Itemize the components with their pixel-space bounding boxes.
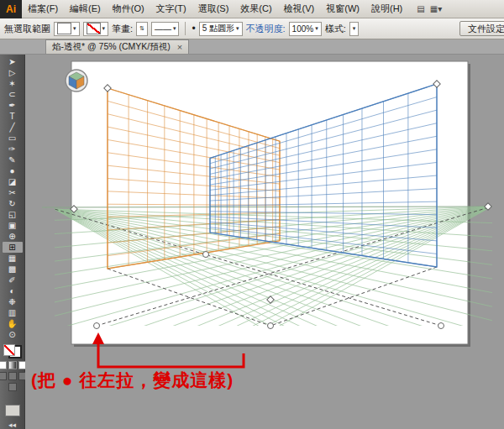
document-tab[interactable]: 焰-透視* @ 75% (CMYK/預視) ×	[45, 39, 189, 54]
opacity-label[interactable]: 不透明度:	[246, 23, 286, 35]
rectangle-tool[interactable]: ▭	[3, 133, 23, 144]
blend-tool[interactable]: ◐	[3, 285, 23, 296]
style-dropdown[interactable]: ▾	[349, 22, 360, 36]
scale-tool[interactable]: ◱	[3, 209, 23, 220]
stroke-weight-stepper[interactable]: ⇅	[136, 22, 148, 36]
draw-normal-button[interactable]	[0, 372, 7, 380]
eyedropper-tool[interactable]: ✐	[3, 275, 23, 285]
plane-switching-widget[interactable]	[66, 70, 87, 92]
pen-tool[interactable]: ✒	[3, 100, 23, 111]
type-tool[interactable]: T	[3, 111, 23, 122]
color-button[interactable]	[0, 361, 7, 369]
menu-select[interactable]: 選取(S)	[192, 0, 235, 18]
document-tab-bar: 焰-透視* @ 75% (CMYK/預視) ×	[0, 39, 504, 55]
menu-window[interactable]: 視窗(W)	[320, 0, 365, 18]
app-logo: Ai	[0, 0, 22, 18]
shape-builder-tool[interactable]: ⊕	[3, 231, 23, 242]
menu-effect[interactable]: 效果(C)	[234, 0, 277, 18]
menu-object[interactable]: 物件(O)	[107, 0, 150, 18]
arrange-documents-icon[interactable]: ▤	[417, 4, 424, 13]
perspective-grid-tool[interactable]: ⊞	[3, 242, 23, 253]
blob-brush-tool[interactable]: ●	[3, 165, 23, 176]
stroke-weight-label: 筆畫:	[112, 23, 133, 35]
chevron-down-icon: ▾	[173, 25, 176, 32]
illustrator-window: Ai 檔案(F)編輯(E)物件(O)文字(T)選取(S)效果(C)檢視(V)視窗…	[0, 0, 504, 429]
divider	[185, 22, 186, 35]
scissors-tool[interactable]: ✂	[3, 187, 23, 198]
workspace: ➤▷✶⊂✒T╱▭✑✎●◪✂↻◱▣⊕⊞▦▩✐◐❉▥✋⊙ ◂◂	[0, 55, 504, 429]
gradient-button[interactable]	[8, 361, 17, 369]
direct-selection-tool[interactable]: ▷	[3, 67, 23, 78]
chevron-down-icon: ▾	[236, 25, 239, 32]
fill-color-dropdown[interactable]: ▾	[54, 22, 80, 36]
zoom-tool[interactable]: ⊙	[3, 329, 23, 340]
workspace-switcher-icon[interactable]: ▦▾	[430, 4, 442, 13]
menu-help[interactable]: 說明(H)	[365, 0, 408, 18]
selection-status: 無選取範圍	[4, 23, 50, 35]
chevron-down-icon: ▾	[73, 25, 76, 32]
color-mode-buttons	[0, 361, 27, 369]
tools-panel: ➤▷✶⊂✒T╱▭✑✎●◪✂↻◱▣⊕⊞▦▩✐◐❉▥✋⊙ ◂◂	[0, 55, 25, 429]
annotation-arrow	[98, 343, 244, 367]
menu-items: 檔案(F)編輯(E)物件(O)文字(T)選取(S)效果(C)檢視(V)視窗(W)…	[22, 0, 408, 18]
rotate-tool[interactable]: ↻	[3, 198, 23, 209]
mesh-tool[interactable]: ▦	[3, 253, 23, 264]
grid-circle-handle[interactable]	[268, 323, 274, 329]
chevron-down-icon: ▾	[315, 25, 318, 32]
collapsed-panel-dock: ◂◂	[5, 405, 20, 429]
opacity-value: 100%	[292, 24, 314, 34]
menu-file[interactable]: 檔案(F)	[22, 0, 64, 18]
collapsed-panel-icon[interactable]	[5, 405, 20, 416]
selection-tool[interactable]: ➤	[3, 56, 23, 67]
line-segment-tool[interactable]: ╱	[3, 122, 23, 133]
stroke-profile-value: ——	[155, 24, 171, 34]
chevron-down-icon: ▾	[102, 25, 106, 32]
chevron-down-icon: ▾	[353, 25, 356, 32]
column-graph-tool[interactable]: ▥	[3, 307, 23, 318]
gradient-tool[interactable]: ▩	[3, 264, 23, 275]
tab-close-icon[interactable]: ×	[177, 42, 182, 52]
grid-circle-handle[interactable]	[203, 252, 209, 258]
menu-view[interactable]: 檢視(V)	[278, 0, 321, 18]
draw-mode-buttons	[0, 372, 27, 380]
paintbrush-tool[interactable]: ✑	[3, 144, 23, 154]
document-setup-button[interactable]: 文件設定	[459, 21, 504, 36]
grid-circle-handle[interactable]	[94, 323, 100, 329]
symbol-sprayer-tool[interactable]: ❉	[3, 296, 23, 307]
menu-edit[interactable]: 編輯(E)	[64, 0, 107, 18]
fill-swatch[interactable]	[3, 344, 15, 356]
brush-dropdown[interactable]: 5 點圓形▾	[199, 22, 243, 36]
tools-list: ➤▷✶⊂✒T╱▭✑✎●◪✂↻◱▣⊕⊞▦▩✐◐❉▥✋⊙	[3, 56, 23, 340]
free-transform-tool[interactable]: ▣	[3, 220, 23, 231]
brush-value: 5 點圓形	[202, 23, 234, 34]
canvas-area[interactable]: (把 ● 往左拉，變成這樣)	[25, 55, 504, 429]
menu-type[interactable]: 文字(T)	[150, 0, 192, 18]
opacity-dropdown[interactable]: 100%▾	[289, 22, 322, 36]
stroke-color-dropdown[interactable]: ▾	[83, 22, 109, 36]
draw-behind-button[interactable]	[8, 372, 17, 380]
style-label: 樣式:	[325, 23, 346, 35]
fill-swatch-preview	[57, 23, 71, 34]
screen-mode-row	[8, 383, 17, 391]
document-tab-title: 焰-透視* @ 75% (CMYK/預視)	[52, 41, 171, 53]
expand-panel-icon[interactable]: ◂◂	[8, 421, 16, 429]
pencil-tool[interactable]: ✎	[3, 154, 23, 165]
menubar: Ai 檔案(F)編輯(E)物件(O)文字(T)選取(S)效果(C)檢視(V)視窗…	[0, 0, 504, 18]
stroke-profile-dropdown[interactable]: ——▾	[151, 22, 180, 36]
screen-mode-button[interactable]	[8, 383, 17, 391]
stepper-arrows-icon: ⇅	[139, 25, 144, 32]
control-bar: 無選取範圍 ▾ ▾ 筆畫: ⇅ ——▾ • 5 點圓形▾ 不透明度: 100%▾…	[0, 18, 504, 39]
hand-tool[interactable]: ✋	[3, 318, 23, 329]
annotation-text: (把 ● 往左拉，變成這樣)	[31, 369, 234, 392]
eraser-tool[interactable]: ◪	[3, 176, 23, 187]
brush-preview-icon: •	[192, 23, 195, 34]
magic-wand-tool[interactable]: ✶	[3, 78, 23, 89]
stroke-swatch-preview	[87, 23, 101, 34]
fill-stroke-indicator[interactable]	[3, 344, 22, 358]
menubar-icons: ▤ ▦▾	[417, 4, 442, 13]
lasso-tool[interactable]: ⊂	[3, 89, 23, 100]
grid-circle-handle[interactable]	[438, 323, 444, 329]
